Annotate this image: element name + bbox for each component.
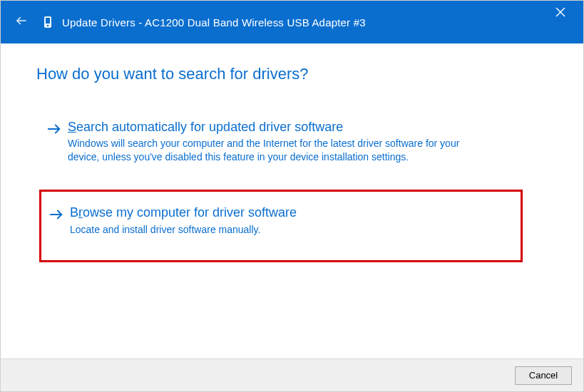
option-description: Locate and install driver software manua…	[70, 223, 469, 237]
option-title-prefix: B	[70, 205, 78, 220]
option-description: Windows will search your computer and th…	[68, 137, 467, 164]
svg-rect-2	[46, 18, 50, 24]
back-arrow-icon	[15, 14, 28, 30]
option-body: Browse my computer for driver software L…	[70, 205, 511, 236]
option-title: Browse my computer for driver software	[70, 205, 511, 221]
option-body: Search automatically for updated driver …	[68, 119, 513, 164]
update-drivers-window: Update Drivers - AC1200 Dual Band Wirele…	[0, 0, 584, 392]
option-browse-computer[interactable]: Browse my computer for driver software L…	[39, 190, 523, 262]
footer-bar: Cancel	[1, 359, 583, 391]
device-icon	[42, 14, 53, 30]
option-search-automatically[interactable]: Search automatically for updated driver …	[39, 112, 523, 174]
page-heading: How do you want to search for drivers?	[36, 65, 551, 83]
hotkey-letter: S	[68, 120, 76, 134]
back-button[interactable]	[14, 14, 29, 30]
arrow-right-icon	[46, 121, 62, 137]
window-title: Update Drivers - AC1200 Dual Band Wirele…	[62, 16, 366, 29]
content-area: How do you want to search for drivers? S…	[1, 43, 583, 359]
option-title-text: earch automatically for updated driver s…	[76, 120, 343, 134]
title-bar: Update Drivers - AC1200 Dual Band Wirele…	[1, 1, 583, 43]
svg-point-3	[47, 25, 49, 27]
close-button[interactable]	[545, 4, 576, 24]
option-title: Search automatically for updated driver …	[68, 119, 513, 135]
arrow-right-icon	[48, 207, 64, 222]
close-icon	[555, 7, 565, 20]
cancel-button[interactable]: Cancel	[515, 366, 572, 385]
option-title-text: owse my computer for driver software	[83, 205, 297, 220]
